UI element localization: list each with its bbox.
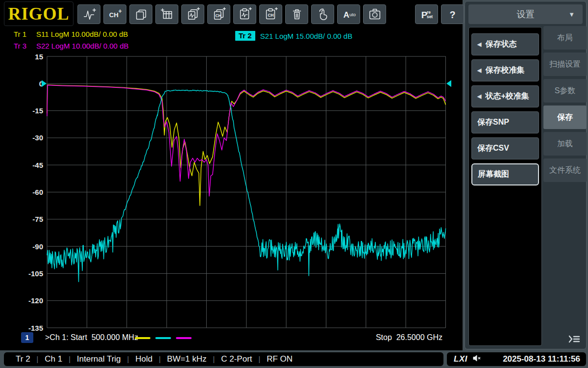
- submenu-item-保存CSV[interactable]: 保存CSV: [471, 137, 539, 159]
- copy-trace-button[interactable]: [181, 4, 204, 24]
- windows-button[interactable]: [129, 4, 152, 24]
- separator: |: [259, 355, 261, 363]
- svg-text:CH: CH: [268, 13, 273, 18]
- ref-level-marker-left[interactable]: [42, 80, 47, 87]
- right-panel: 设置 ▼ ◀保存状态◀保存校准集◀状态+校准集保存SNP保存CSV屏幕截图 布局…: [465, 1, 587, 349]
- auto-scale-button[interactable]: Auto: [337, 4, 360, 24]
- touch-button[interactable]: [311, 4, 334, 24]
- status-item: Ch 1: [45, 354, 62, 364]
- svg-text:?: ?: [449, 9, 455, 20]
- chevron-down-icon: ▼: [568, 11, 575, 18]
- status-bar: Tr 2|Ch 1|Internal Trig|Hold|BW=1 kHz|C …: [0, 350, 588, 368]
- menu-item-扫描设置[interactable]: 扫描设置: [543, 53, 587, 76]
- lxi-logo: LXI: [454, 354, 467, 364]
- menu-item-保存[interactable]: 保存: [543, 105, 587, 129]
- help-button[interactable]: ?: [441, 4, 464, 24]
- svg-text:A: A: [343, 10, 349, 20]
- paste-channel-button[interactable]: CH: [259, 4, 282, 24]
- status-item: Tr 2: [16, 354, 30, 364]
- separator: |: [69, 355, 71, 363]
- submenu-label: 保存CSV: [477, 143, 509, 154]
- status-items: Tr 2|Ch 1|Internal Trig|Hold|BW=1 kHz|C …: [4, 352, 443, 366]
- separator: |: [37, 355, 39, 363]
- y-tick-label: -60: [32, 188, 43, 196]
- arrow-left-icon: ◀: [477, 67, 481, 74]
- y-tick-label: -75: [32, 215, 43, 223]
- submenu-label: 屏幕截图: [478, 169, 509, 180]
- plot-svg: 150-15-30-45-60-75-90-105-120-135: [0, 28, 463, 350]
- status-item: Internal Trig: [77, 354, 121, 364]
- svg-text:uto: uto: [349, 12, 355, 17]
- screenshot-button[interactable]: [363, 4, 386, 24]
- y-tick-label: -135: [28, 324, 43, 332]
- separator: |: [127, 355, 129, 363]
- menu-item-S参数[interactable]: S参数: [543, 79, 587, 103]
- toolbar: RIGOL CH+CHCHAutoPreset?: [0, 0, 463, 28]
- vna-screen: RIGOL CH+CHCHAutoPreset? Tr 1S11 LogM 10…: [0, 0, 588, 368]
- y-tick-label: -45: [32, 161, 43, 169]
- submenu-label: 保存状态: [485, 39, 516, 50]
- y-tick-label: -120: [28, 296, 43, 305]
- submenu-item-屏幕截图[interactable]: 屏幕截图: [471, 163, 539, 185]
- delete-button[interactable]: [285, 4, 308, 24]
- legend-swatch-s11: [135, 337, 150, 339]
- submenu-item-状态+校准集[interactable]: ◀状态+校准集: [471, 85, 539, 107]
- paste-trace-button[interactable]: [233, 4, 256, 24]
- ref-level-marker-right[interactable]: [446, 80, 451, 87]
- svg-text:+: +: [118, 8, 122, 15]
- y-tick-label: -105: [28, 269, 43, 278]
- add-table-button[interactable]: [155, 4, 178, 24]
- speaker-muted-icon[interactable]: [472, 354, 482, 365]
- submenu-column: ◀保存状态◀保存校准集◀状态+校准集保存SNP保存CSV屏幕截图: [468, 27, 542, 346]
- add-trace-button[interactable]: [77, 4, 100, 24]
- status-right: LXI 2025-08-13 11:11:56: [447, 352, 586, 366]
- preset-button[interactable]: Preset: [415, 4, 438, 24]
- y-tick-label: 15: [35, 53, 43, 61]
- menu-label: 保存: [557, 112, 573, 123]
- datetime: 2025-08-13 11:11:56: [482, 354, 580, 364]
- status-item: RF ON: [267, 354, 293, 364]
- legend-swatch-s22: [176, 337, 192, 339]
- menu-label: 布局: [557, 33, 573, 43]
- menu-label: 扫描设置: [549, 59, 581, 70]
- y-tick-label: -30: [32, 133, 43, 142]
- separator: |: [213, 355, 215, 363]
- graph-panel: Tr 1S11 LogM 10.00dB/ 0.00 dBTr 3S22 Log…: [0, 28, 463, 350]
- legend-swatch-s21: [155, 337, 171, 339]
- submenu-label: 保存校准集: [485, 65, 524, 76]
- svg-text:set: set: [427, 14, 433, 19]
- arrow-left-icon: ◀: [477, 93, 481, 100]
- channel-badge[interactable]: 1: [21, 332, 33, 343]
- toolbar-buttons: CH+CHCHAutoPreset?: [77, 4, 464, 24]
- menu-header-dropdown[interactable]: 设置 ▼: [468, 4, 583, 24]
- svg-text:CH: CH: [109, 11, 118, 19]
- copy-channel-button[interactable]: CH: [207, 4, 230, 24]
- menu-label: 加载: [557, 139, 573, 149]
- submenu-item-保存状态[interactable]: ◀保存状态: [471, 33, 539, 55]
- menu-item-文件系统[interactable]: 文件系统: [543, 158, 587, 182]
- rigol-logo: RIGOL: [4, 1, 74, 26]
- menu-header-title: 设置: [517, 8, 535, 20]
- channel-start-label: >Ch 1: Start 500.000 MHz: [45, 333, 138, 342]
- menu-column: 布局扫描设置S参数保存加载文件系统: [543, 26, 587, 185]
- status-item: Hold: [135, 354, 152, 364]
- menu-item-布局[interactable]: 布局: [543, 26, 587, 50]
- menu-label: 文件系统: [549, 165, 581, 176]
- svg-text:CH: CH: [215, 13, 221, 18]
- status-item: BW=1 kHz: [167, 354, 207, 364]
- menu-label: S参数: [555, 86, 576, 96]
- stop-frequency-label: Stop 26.5000 GHz: [376, 333, 442, 342]
- submenu-item-保存校准集[interactable]: ◀保存校准集: [471, 59, 539, 81]
- y-tick-label: -15: [32, 106, 43, 115]
- submenu-label: 状态+校准集: [485, 91, 529, 102]
- status-item: C 2-Port: [221, 354, 252, 364]
- submenu-label: 保存SNP: [477, 117, 509, 128]
- submenu-item-保存SNP[interactable]: 保存SNP: [471, 111, 539, 133]
- add-channel-button[interactable]: CH+: [103, 4, 126, 24]
- y-tick-label: -90: [32, 242, 43, 251]
- menu-item-加载[interactable]: 加载: [543, 132, 587, 156]
- separator: |: [159, 355, 161, 363]
- arrow-left-icon: ◀: [477, 41, 481, 48]
- expand-menu-icon[interactable]: [566, 332, 582, 346]
